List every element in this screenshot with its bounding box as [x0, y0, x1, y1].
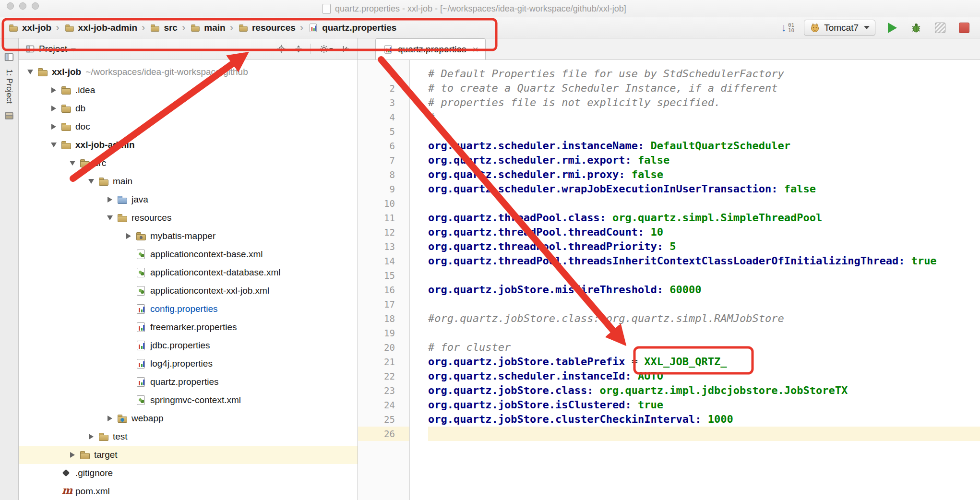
breadcrumb-item-resources[interactable]: resources — [238, 22, 296, 34]
code-line-2[interactable]: # to create a Quartz Scheduler Instance,… — [428, 81, 980, 95]
expand-arrow-icon[interactable] — [103, 416, 117, 421]
tree-item-.gitignore[interactable]: .gitignore — [19, 464, 358, 482]
code-line-17[interactable] — [428, 297, 980, 311]
code-line-20[interactable]: # for cluster — [428, 340, 980, 355]
code-line-12[interactable]: org.quartz.threadPool.threadCount: 10 — [428, 225, 980, 239]
line-number-1[interactable]: 1 — [358, 67, 409, 81]
line-number-3[interactable]: 3 — [358, 95, 409, 110]
debug-button[interactable] — [909, 21, 923, 35]
breadcrumb-item-quartz.properties[interactable]: quartz.properties — [308, 22, 396, 34]
breadcrumb-item-xxl-job[interactable]: xxl-job — [8, 22, 51, 34]
tree-item-xxl-job-admin[interactable]: xxl-job-admin — [19, 136, 358, 154]
code-line-24[interactable]: org.quartz.jobStore.isClustered: true — [428, 398, 980, 412]
run-button[interactable] — [885, 21, 899, 35]
collapse-arrow-icon[interactable] — [103, 215, 117, 220]
coverage-button[interactable] — [933, 21, 947, 35]
code-line-23[interactable]: org.quartz.jobStore.class: org.quartz.im… — [428, 383, 980, 398]
line-number-15[interactable]: 15 — [358, 268, 409, 283]
line-number-6[interactable]: 6 — [358, 139, 409, 153]
tree-item-log4j.properties[interactable]: log4j.properties — [19, 355, 358, 373]
code-line-18[interactable]: #org.quartz.jobStore.class: org.quartz.s… — [428, 311, 980, 326]
tree-item-applicationcontext-base.xml[interactable]: applicationcontext-base.xml — [19, 245, 358, 263]
tree-item-springmvc-context.xml[interactable]: springmvc-context.xml — [19, 391, 358, 409]
code-line-21[interactable]: org.quartz.jobStore.tablePrefix = XXL_JO… — [428, 355, 980, 369]
line-number-2[interactable]: 2 — [358, 81, 409, 95]
zoom-window-button[interactable] — [32, 2, 39, 10]
code-line-7[interactable]: org.quartz.scheduler.rmi.export: false — [428, 153, 980, 167]
code-line-14[interactable]: org.quartz.threadPool.threadsInheritCont… — [428, 254, 980, 268]
code-line-11[interactable]: org.quartz.threadPool.class: org.quartz.… — [428, 211, 980, 225]
hide-panel-button[interactable] — [339, 42, 353, 56]
tree-item-pom.xml[interactable]: pom.xml — [19, 482, 358, 500]
collapse-arrow-icon[interactable] — [84, 179, 98, 184]
tree-item-.idea[interactable]: .idea — [19, 81, 358, 99]
line-number-11[interactable]: 11 — [358, 211, 409, 225]
collapse-arrow-icon[interactable] — [47, 143, 60, 147]
line-number-22[interactable]: 22 — [358, 369, 409, 383]
line-number-9[interactable]: 9 — [358, 182, 409, 196]
close-tab-icon[interactable]: × — [473, 44, 478, 54]
code-line-1[interactable]: # Default Properties file for use by Std… — [428, 67, 980, 81]
incoming-changes-indicator[interactable]: ↓ 0110 — [781, 22, 794, 33]
code-line-3[interactable]: # properties file is not explicitly spec… — [428, 95, 980, 110]
line-number-20[interactable]: 20 — [358, 340, 409, 355]
line-number-8[interactable]: 8 — [358, 167, 409, 182]
tab-quartz-properties[interactable]: quartz.properties × — [375, 38, 486, 60]
chevron-down-icon[interactable] — [71, 48, 76, 51]
tree-item-target[interactable]: target — [19, 446, 358, 464]
code-line-4[interactable]: # — [428, 110, 980, 124]
editor-code[interactable]: # Default Properties file for use by Std… — [410, 60, 980, 500]
expand-arrow-icon[interactable] — [47, 124, 60, 130]
code-line-10[interactable] — [428, 196, 980, 211]
tree-item-main[interactable]: main — [19, 172, 358, 190]
line-number-16[interactable]: 16 — [358, 283, 409, 297]
line-number-5[interactable]: 5 — [358, 124, 409, 139]
line-number-18[interactable]: 18 — [358, 311, 409, 326]
code-line-6[interactable]: org.quartz.scheduler.instanceName: Defau… — [428, 139, 980, 153]
locate-file-button[interactable] — [275, 42, 288, 56]
tree-item-applicationcontext-database.xml[interactable]: applicationcontext-database.xml — [19, 263, 358, 282]
collapse-arrow-icon[interactable] — [24, 70, 37, 74]
expand-arrow-icon[interactable] — [66, 452, 79, 458]
tree-item-freemarker.properties[interactable]: freemarker.properties — [19, 318, 358, 336]
stop-button[interactable] — [957, 21, 971, 35]
tool-stripe-icon[interactable] — [4, 110, 14, 121]
line-number-23[interactable]: 23 — [358, 383, 409, 398]
breadcrumb-item-main[interactable]: main — [190, 22, 225, 34]
code-line-5[interactable] — [428, 124, 980, 139]
line-number-19[interactable]: 19 — [358, 326, 409, 340]
line-number-10[interactable]: 10 — [358, 196, 409, 211]
breadcrumb-item-src[interactable]: src — [149, 22, 178, 34]
expand-arrow-icon[interactable] — [47, 106, 60, 111]
tree-item-applicationcontext-xxl-job.xml[interactable]: applicationcontext-xxl-job.xml — [19, 282, 358, 300]
tree-item-resources[interactable]: resources — [19, 209, 358, 227]
minimize-window-button[interactable] — [19, 2, 26, 10]
tool-button-project[interactable]: 1: Project — [4, 69, 14, 104]
line-number-4[interactable]: 4 — [358, 110, 409, 124]
tree-item-doc[interactable]: doc — [19, 118, 358, 136]
tree-item-src[interactable]: src — [19, 154, 358, 172]
code-line-22[interactable]: org.quartz.scheduler.instanceId: AUTO — [428, 369, 980, 383]
tree-item-xxl-job[interactable]: xxl-job~/workspaces/idea-git-workspace/g… — [19, 63, 358, 81]
tree-item-config.properties[interactable]: config.properties — [19, 300, 358, 318]
close-window-button[interactable] — [7, 2, 14, 10]
code-line-13[interactable]: org.quartz.threadPool.threadPriority: 5 — [428, 239, 980, 254]
expand-arrow-icon[interactable] — [84, 434, 98, 440]
breadcrumb-item-xxl-job-admin[interactable]: xxl-job-admin — [64, 22, 138, 34]
run-configuration-select[interactable]: Tomcat7 — [804, 20, 875, 36]
tree-item-test[interactable]: test — [19, 428, 358, 446]
line-number-24[interactable]: 24 — [358, 398, 409, 412]
code-line-8[interactable]: org.quartz.scheduler.rmi.proxy: false — [428, 167, 980, 182]
line-number-25[interactable]: 25 — [358, 412, 409, 427]
line-number-12[interactable]: 12 — [358, 225, 409, 239]
code-line-9[interactable]: org.quartz.scheduler.wrapJobExecutionInU… — [428, 182, 980, 196]
line-number-26[interactable]: 26 — [358, 427, 409, 441]
line-number-7[interactable]: 7 — [358, 153, 409, 167]
tree-item-jdbc.properties[interactable]: jdbc.properties — [19, 336, 358, 355]
line-number-14[interactable]: 14 — [358, 254, 409, 268]
project-tool-icon[interactable] — [4, 52, 14, 62]
tree-item-db[interactable]: db — [19, 99, 358, 118]
code-line-25[interactable]: org.quartz.jobStore.clusterCheckinInterv… — [428, 412, 980, 427]
collapse-all-button[interactable] — [292, 42, 305, 56]
collapse-arrow-icon[interactable] — [66, 161, 79, 166]
